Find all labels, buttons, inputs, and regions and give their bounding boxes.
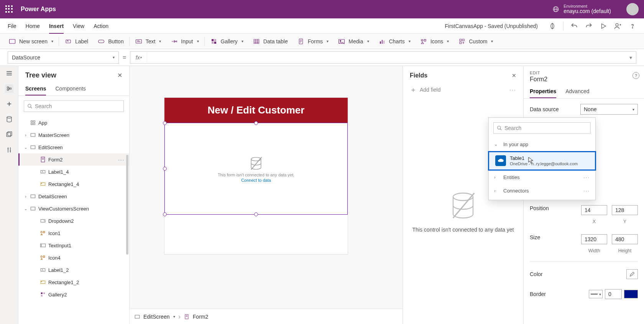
tree-node-masterscreen[interactable]: › MasterScreen (18, 129, 129, 141)
data-table-icon (253, 38, 260, 45)
menu-action[interactable]: Action (94, 23, 108, 29)
svg-point-63 (498, 126, 501, 129)
menu-home[interactable]: Home (26, 23, 40, 29)
charts-icon (378, 38, 386, 45)
canvas-screen[interactable]: New / Edit Customer (164, 97, 348, 255)
suite-header: Power Apps Environment enayu.com (defaul… (0, 0, 644, 18)
input-menu[interactable]: Input▾ (166, 34, 202, 49)
border-width-input[interactable]: 0 (605, 289, 622, 299)
form2-control[interactable]: This form isn't connected to any data ye… (164, 123, 348, 215)
tree-node-icon1[interactable]: Icon1 (18, 227, 129, 239)
hamburger-icon[interactable] (5, 69, 13, 77)
screen-icon (30, 193, 36, 199)
share-icon[interactable] (614, 22, 622, 30)
insert-rail-icon[interactable] (5, 100, 13, 108)
menu-file[interactable]: File (8, 23, 16, 29)
tree-node-textinput1[interactable]: TextInput1 (18, 239, 129, 252)
svg-rect-46 (43, 231, 45, 233)
environment-name[interactable]: enayu.com (default) (564, 8, 611, 14)
svg-line-57 (251, 157, 262, 170)
breadcrumb-screen[interactable]: EditScreen (143, 314, 169, 320)
environment-label: Environment (564, 4, 611, 8)
close-icon[interactable]: ✕ (512, 72, 516, 79)
expand-formula-icon[interactable]: ▾ (625, 54, 636, 61)
tab-screens[interactable]: Screens (25, 86, 46, 95)
datasource-search-input[interactable]: Search (493, 122, 591, 134)
text-menu[interactable]: Text▾ (131, 34, 165, 49)
data-table-button[interactable]: Data table (249, 34, 292, 49)
redo-icon[interactable] (585, 22, 593, 30)
tree-node-gallery2[interactable]: Gallery2 (18, 288, 129, 301)
more-icon[interactable]: ··· (583, 188, 590, 194)
advanced-tools-icon[interactable] (5, 146, 13, 154)
close-icon[interactable]: ✕ (117, 72, 122, 79)
connect-to-data-link[interactable]: Connect to data (241, 178, 271, 183)
ds-item-table1[interactable]: Table1 OneDrive - h..ry.legge@outlook.co… (488, 151, 596, 171)
ds-section-in-your-app[interactable]: ⌄ In your app (489, 138, 595, 151)
label-button[interactable]: Label (61, 34, 92, 49)
button-button[interactable]: Button (94, 34, 127, 49)
tree-node-viewcustomersscreen[interactable]: ⌄ ViewCustomersScreen (18, 202, 129, 215)
tab-components[interactable]: Components (55, 86, 85, 95)
more-icon[interactable]: ··· (583, 174, 590, 180)
play-icon[interactable] (600, 22, 607, 30)
svg-rect-7 (136, 39, 141, 43)
scrollbar-thumb[interactable] (126, 155, 128, 255)
chevron-down-icon[interactable]: ▾ (173, 314, 175, 319)
media-menu[interactable]: Media▾ (334, 34, 373, 49)
media-rail-icon[interactable] (5, 130, 13, 139)
data-rail-icon[interactable] (5, 115, 13, 123)
tab-properties[interactable]: Properties (530, 88, 556, 98)
tree-node-rectangle1-2[interactable]: Rectangle1_2 (18, 276, 129, 288)
tree-node-editscreen[interactable]: ⌄ EditScreen (18, 141, 129, 153)
charts-menu[interactable]: Charts▾ (375, 34, 414, 49)
tree-node-dropdown2[interactable]: Dropdown2 (18, 215, 129, 227)
form-icon (40, 156, 46, 163)
tree-node-icon4[interactable]: Icon4 (18, 252, 129, 264)
tree-search-input[interactable]: Search (24, 100, 124, 112)
menu-bar: File Home Insert View Action FirstCanvas… (0, 18, 644, 34)
forms-menu[interactable]: Forms▾ (293, 34, 333, 49)
color-picker-button[interactable] (626, 269, 638, 279)
size-height-input[interactable]: 480 (612, 234, 638, 244)
user-avatar[interactable] (626, 3, 639, 15)
prop-datasource-dropdown[interactable]: None ▾ (580, 104, 638, 115)
new-screen-button[interactable]: New screen▾ (5, 34, 57, 49)
tree-node-label1-4[interactable]: Label1_4 (18, 166, 129, 178)
border-color-swatch[interactable] (624, 290, 638, 298)
app-launcher-icon[interactable] (5, 5, 13, 13)
tab-advanced[interactable]: Advanced (565, 88, 589, 98)
position-y-input[interactable]: 128 (612, 205, 638, 215)
add-field-button[interactable]: ＋ Add field ··· (403, 83, 523, 99)
formula-input[interactable]: fx▾ ▾ (130, 51, 636, 64)
tree-node-detailscreen[interactable]: › DetailScreen (18, 190, 129, 202)
screen-header[interactable]: New / Edit Customer (164, 98, 348, 123)
tree-node-app[interactable]: App (18, 117, 129, 129)
position-x-input[interactable]: 14 (581, 205, 607, 215)
info-icon[interactable]: ? (632, 72, 639, 79)
ds-section-entities[interactable]: › Entities ··· (489, 171, 595, 184)
ds-section-connectors[interactable]: › Connectors ··· (489, 184, 595, 197)
undo-icon[interactable] (570, 22, 578, 30)
tree-node-form2[interactable]: Form2 ··· (18, 153, 129, 166)
tree-node-rectangle1-4[interactable]: Rectangle1_4 (18, 178, 129, 190)
more-icon[interactable]: ··· (118, 157, 125, 163)
svg-point-3 (632, 27, 633, 28)
icons-menu[interactable]: Icons▾ (416, 34, 453, 49)
help-icon[interactable] (629, 22, 636, 30)
property-selector[interactable]: DataSource ▾ (8, 51, 119, 64)
gallery-menu[interactable]: Gallery▾ (206, 34, 247, 49)
border-style-dropdown[interactable]: ▾ (589, 290, 603, 298)
more-icon[interactable]: ··· (509, 87, 516, 93)
tree-view-icon[interactable] (5, 84, 13, 93)
svg-rect-21 (424, 39, 426, 41)
menu-insert[interactable]: Insert (49, 23, 64, 34)
breadcrumb-control[interactable]: Form2 (193, 314, 208, 320)
app-checker-icon[interactable] (549, 22, 556, 30)
tree-view-title: Tree view (25, 71, 56, 79)
menu-view[interactable]: View (73, 23, 84, 29)
size-width-input[interactable]: 1320 (581, 234, 607, 244)
tree-node-label1-2[interactable]: Label1_2 (18, 264, 129, 276)
svg-rect-43 (31, 207, 35, 210)
custom-menu[interactable]: Custom▾ (454, 34, 497, 49)
